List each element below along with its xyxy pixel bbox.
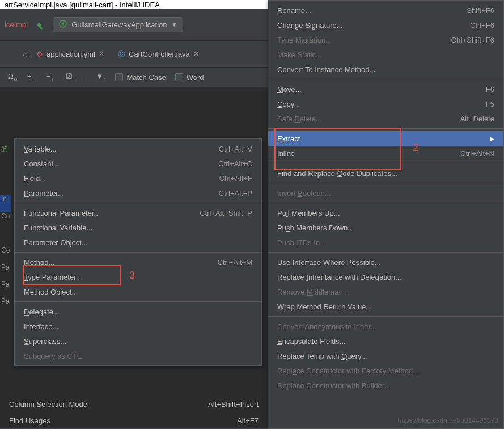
tab-application-yml[interactable]: ⚙ application.yml ✕ [31,47,110,62]
menu-item-extract[interactable]: Extract▶ [268,131,503,146]
close-icon[interactable]: ✕ [193,50,199,58]
tab-label: CartController.java [129,50,190,58]
menu-item-encapsulate-fields[interactable]: Encapsulate Fields... [268,334,503,348]
column-selection-mode[interactable]: Column Selection Mode Alt+Shift+Insert [0,396,268,413]
menu-item-convert-to-instance-method[interactable]: Convert To Instance Method... [268,62,503,77]
watermark: https://blog.csdn.net/u014496893 [398,417,498,424]
menu-item-method-object[interactable]: Method Object... [15,284,261,299]
menu-item-inline[interactable]: InlineCtrl+Alt+N [268,146,503,161]
menu-item-replace-constructor-with-factory-method: Replace Constructor with Factory Method.… [268,363,503,378]
menu-separator [268,163,503,163]
menu-item-replace-inheritance-with-delegation[interactable]: Replace Inheritance with Delegation... [268,270,503,284]
menu-separator [268,183,503,183]
menu-separator [268,203,503,203]
menu-item-invert-boolean: Invert Boolean... [268,186,503,200]
run-config-selector[interactable]: GulismallGatewayApplication ▼ [53,17,183,32]
add-occurrence-icon[interactable]: +⟙ [27,72,37,82]
editor-gutter: 的 In Cu Co Pa Pa Pa [0,87,11,314]
menu-item-replace-constructor-with-builder: Replace Constructor with Builder... [268,378,503,393]
refactor-menu: Rename...Shift+F6Change Signature...Ctrl… [268,0,504,429]
svg-point-1 [62,23,64,25]
menu-item-change-signature[interactable]: Change Signature...Ctrl+F6 [268,18,503,32]
menu-item-parameter[interactable]: Parameter...Ctrl+Alt+P [15,186,261,200]
menu-item-pull-members-up[interactable]: Pull Members Up... [268,205,503,220]
menu-item-move[interactable]: Move...F6 [268,82,503,96]
menu-item-find-and-replace-code-duplicates[interactable]: Find and Replace Code Duplicates... [268,166,503,180]
hammer-icon[interactable] [36,20,45,30]
menu-separator [15,252,261,253]
menu-item-convert-anonymous-to-inner: Convert Anonymous to Inner... [268,319,503,334]
remove-occurrence-icon[interactable]: −⟙ [46,72,57,82]
close-icon[interactable]: ✕ [99,50,104,58]
filter-icon[interactable]: ▼˅ [96,72,106,82]
menu-item-use-interface-where-possible[interactable]: Use Interface Where Possible... [268,255,503,270]
run-config-label: GulismallGatewayApplication [71,20,167,29]
menu-item-remove-middleman: Remove Middleman... [268,284,503,299]
menu-item-delegate[interactable]: Delegate... [15,304,261,319]
menu-separator [268,128,503,129]
menu-item-push-itds-in: Push ITDs In... [268,235,503,250]
menu-item-interface[interactable]: Interface... [15,319,261,334]
tab-label: application.yml [46,50,95,58]
menu-item-push-members-down[interactable]: Push Members Down... [268,220,503,235]
menu-item-subquery-as-cte: Subquery as CTE [15,348,261,363]
menu-item-copy[interactable]: Copy...F5 [268,96,503,111]
menu-item-wrap-method-return-value[interactable]: Wrap Method Return Value... [268,299,503,314]
menu-item-type-migration: Type Migration...Ctrl+Shift+F6 [268,32,503,47]
run-icon [59,20,67,30]
menu-item-safe-delete: Safe Delete...Alt+Delete [268,111,503,126]
select-all-icon[interactable]: ☑⟙ [66,72,76,82]
menu-item-replace-temp-with-query[interactable]: Replace Temp with Query... [268,348,503,363]
yml-icon: ⚙ [36,50,43,58]
java-icon: Ⓒ [118,49,125,59]
match-case-option[interactable]: Match Case [115,73,166,82]
menu-item-constant[interactable]: Constant...Ctrl+Alt+C [15,156,261,171]
checkbox-icon [175,73,183,81]
menu-separator [15,203,261,203]
menu-item-rename[interactable]: Rename...Shift+F6 [268,3,503,18]
menu-item-type-parameter[interactable]: Type Parameter... [15,270,261,284]
menu-item-functional-variable[interactable]: Functional Variable... [15,220,261,235]
bottom-context-items: Column Selection Mode Alt+Shift+Insert F… [0,396,268,429]
menu-item-parameter-object[interactable]: Parameter Object... [15,235,261,250]
menu-item-make-static: Make Static... [268,47,503,62]
find-usages[interactable]: Find Usages Alt+F7 [0,413,268,429]
submenu-arrow-icon: ▶ [490,136,494,142]
match-case-label: Match Case [126,73,166,82]
words-label: Word [187,73,204,82]
omega-icon[interactable]: Ω↻ [8,72,18,82]
menu-separator [268,79,503,79]
chevron-down-icon: ▼ [172,22,177,28]
menu-separator [268,316,503,317]
words-option[interactable]: Word [175,73,204,82]
tab-cartcontroller[interactable]: Ⓒ CartController.java ✕ [112,45,205,62]
menu-item-functional-parameter[interactable]: Functional Parameter...Ctrl+Alt+Shift+P [15,205,261,220]
menu-item-superclass[interactable]: Superclass... [15,334,261,348]
menu-separator [268,252,503,253]
menu-item-method[interactable]: Method...Ctrl+Alt+M [15,255,261,270]
menu-item-field[interactable]: Field...Ctrl+Alt+F [15,171,261,186]
breadcrumb: iceImpl [5,20,28,29]
menu-separator [15,301,261,302]
extract-submenu: Variable...Ctrl+Alt+VConstant...Ctrl+Alt… [14,138,262,366]
tab-prev-icon[interactable]: ◁ [23,50,28,58]
menu-item-variable[interactable]: Variable...Ctrl+Alt+V [15,141,261,156]
checkbox-icon [115,73,123,81]
